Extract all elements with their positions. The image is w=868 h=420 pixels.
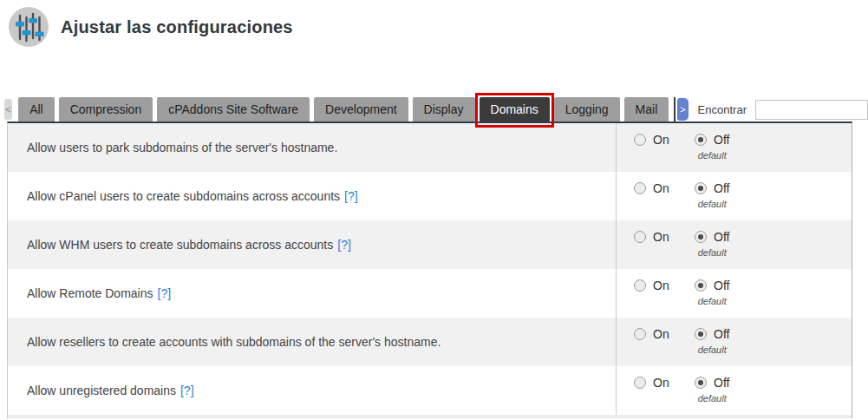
on-label: On: [653, 230, 669, 244]
radio-on-option[interactable]: On: [634, 230, 695, 244]
default-indicator: default: [698, 296, 727, 306]
on-label: On: [653, 181, 669, 195]
scroll-tabs-right-button[interactable]: >: [677, 98, 688, 121]
radio-on-input[interactable]: [634, 279, 646, 292]
off-label: Off: [714, 181, 729, 195]
default-indicator: default: [698, 199, 727, 209]
table-row: Allow resellers to create accounts with …: [8, 318, 852, 366]
radio-on-input[interactable]: [634, 328, 646, 340]
tab-bar: < All Compression cPAddons Site Software…: [0, 97, 868, 121]
help-link[interactable]: [?]: [337, 238, 351, 252]
table-row: Allow cPanel users to create subdomains …: [8, 172, 852, 220]
off-label: Off: [714, 327, 729, 341]
on-label: On: [653, 327, 669, 341]
off-label: Off: [714, 376, 729, 390]
on-label: On: [653, 279, 669, 292]
radio-off-option[interactable]: Off: [695, 230, 729, 244]
radio-on-input[interactable]: [634, 134, 646, 146]
radio-off-input[interactable]: [695, 377, 707, 389]
radio-off-option[interactable]: Off: [695, 279, 729, 292]
radio-on-option[interactable]: On: [634, 133, 695, 147]
radio-off-option[interactable]: Off: [695, 327, 729, 341]
tab-mail[interactable]: Mail: [624, 97, 669, 121]
radio-off-input[interactable]: [695, 231, 707, 243]
help-link[interactable]: [?]: [158, 286, 172, 300]
tabstrip-divider: [674, 97, 675, 121]
setting-label: Allow resellers to create accounts with …: [27, 335, 441, 349]
radio-on-input[interactable]: [634, 377, 646, 389]
setting-controls: On Off default: [616, 220, 852, 269]
off-label: Off: [714, 279, 729, 292]
find-input[interactable]: [755, 100, 868, 120]
radio-off-input[interactable]: [695, 328, 707, 340]
find-label: Encontrar: [698, 103, 747, 116]
on-label: On: [653, 376, 669, 390]
tab-domains-wrap: Domains: [480, 97, 550, 121]
table-row: Allow unregistered domains [?] On Off de…: [8, 366, 852, 415]
radio-off-input[interactable]: [695, 182, 707, 194]
off-label: Off: [714, 133, 729, 147]
setting-controls: On Off default: [616, 318, 852, 366]
setting-label: Allow unregistered domains: [27, 384, 176, 397]
radio-off-option[interactable]: Off: [695, 181, 729, 195]
setting-controls: On Off default: [616, 172, 852, 220]
help-link[interactable]: [?]: [180, 384, 194, 397]
settings-table: Allow users to park subdomains of the se…: [7, 121, 852, 418]
table-row: Allow Remote Domains [?] On Off default: [8, 269, 852, 318]
tab-all[interactable]: All: [18, 97, 55, 121]
radio-off-option[interactable]: Off: [695, 376, 729, 390]
setting-controls: On Off default: [616, 123, 852, 172]
radio-on-option[interactable]: On: [634, 376, 695, 390]
tweak-settings-icon: [9, 7, 49, 47]
radio-on-option[interactable]: On: [634, 279, 695, 292]
tab-cpaddons-site-software[interactable]: cPAddons Site Software: [157, 97, 310, 121]
tweak-settings-page: Ajustar las configuraciones < All Compre…: [0, 0, 868, 420]
setting-controls: On Off default: [616, 366, 852, 415]
default-indicator: default: [698, 150, 727, 161]
radio-off-option[interactable]: Off: [695, 133, 729, 147]
scroll-tabs-left-button[interactable]: <: [4, 99, 12, 120]
radio-on-option[interactable]: On: [634, 181, 695, 195]
page-header: Ajustar las configuraciones: [9, 7, 293, 47]
sliders-icon: [9, 7, 49, 47]
radio-on-option[interactable]: On: [634, 327, 695, 341]
default-indicator: default: [698, 345, 727, 355]
tab-domains[interactable]: Domains: [480, 97, 550, 121]
default-indicator: default: [698, 247, 727, 258]
off-label: Off: [714, 230, 729, 244]
setting-controls: On Off default: [616, 269, 852, 318]
tab-compression[interactable]: Compression: [59, 97, 153, 121]
setting-label: Allow WHM users to create subdomains acr…: [27, 238, 333, 252]
table-row: Allow users to park subdomains of the se…: [8, 123, 852, 172]
setting-label: Allow users to park subdomains of the se…: [27, 141, 337, 154]
radio-on-input[interactable]: [634, 182, 646, 194]
table-row-partial: [8, 415, 852, 418]
page-title: Ajustar las configuraciones: [61, 17, 293, 37]
on-label: On: [653, 133, 669, 147]
setting-label: Allow Remote Domains: [27, 286, 153, 300]
tab-logging[interactable]: Logging: [554, 97, 620, 121]
radio-off-input[interactable]: [695, 279, 707, 292]
default-indicator: default: [698, 393, 727, 404]
table-row: Allow WHM users to create subdomains acr…: [8, 220, 852, 269]
setting-label: Allow cPanel users to create subdomains …: [27, 189, 340, 203]
tab-development[interactable]: Development: [314, 97, 408, 121]
tab-display[interactable]: Display: [413, 97, 475, 121]
help-link[interactable]: [?]: [344, 189, 358, 203]
radio-off-input[interactable]: [695, 134, 707, 146]
radio-on-input[interactable]: [634, 231, 646, 243]
